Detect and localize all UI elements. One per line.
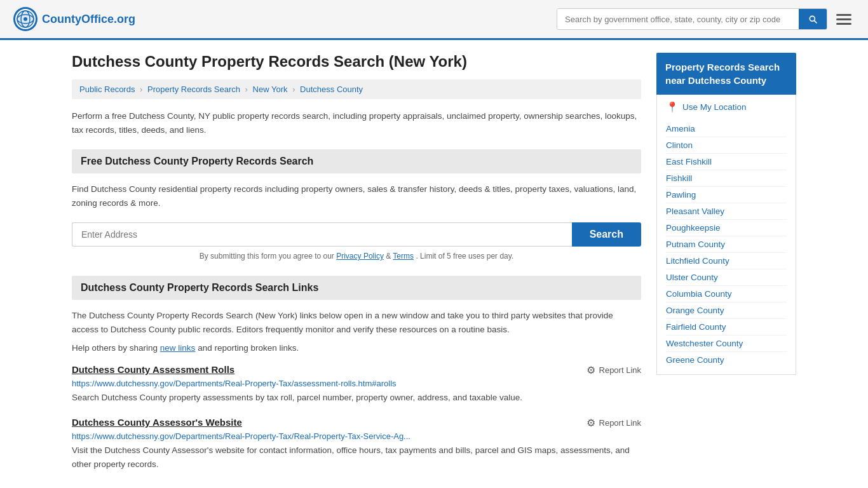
sidebar-link-3[interactable]: Fishkill <box>666 170 787 187</box>
record-title-0[interactable]: Dutchess County Assessment Rolls <box>72 364 234 375</box>
sidebar-link-0[interactable]: Amenia <box>666 121 787 137</box>
record-desc-0: Search Dutchess County property assessme… <box>72 391 641 405</box>
record-item-1: Dutchess County Assessor's Website ⚙ Rep… <box>72 417 641 471</box>
site-header: CountyOffice.org <box>0 0 868 40</box>
report-icon-1: ⚙ <box>587 417 595 429</box>
intro-description: Perform a free Dutchess County, NY publi… <box>72 109 641 137</box>
main-container: Dutchess County Property Records Search … <box>59 40 809 488</box>
location-pin-icon: 📍 <box>666 101 679 113</box>
sidebar-link-14[interactable]: Greene County <box>666 352 787 368</box>
free-search-heading: Free Dutchess County Property Records Se… <box>72 149 641 173</box>
terms-link[interactable]: Terms <box>393 252 414 261</box>
record-item-0: Dutchess County Assessment Rolls ⚙ Repor… <box>72 364 641 405</box>
share-line: Help others by sharing new links and rep… <box>72 343 641 353</box>
new-links-link[interactable]: new links <box>160 343 196 353</box>
hamburger-menu[interactable] <box>832 10 855 29</box>
sidebar-link-6[interactable]: Poughkeepsie <box>666 220 787 236</box>
use-my-location-link[interactable]: 📍 Use My Location <box>666 101 787 113</box>
record-url-1[interactable]: https://www.dutchessny.gov/Departments/R… <box>72 431 641 441</box>
svg-point-5 <box>24 17 27 21</box>
sidebar-link-10[interactable]: Columbia County <box>666 286 787 302</box>
sidebar-link-8[interactable]: Litchfield County <box>666 253 787 269</box>
record-title-1[interactable]: Dutchess County Assessor's Website <box>72 417 242 428</box>
links-section-heading: Dutchess County Property Records Search … <box>72 276 641 300</box>
sidebar-link-4[interactable]: Pawling <box>666 187 787 203</box>
address-search-button[interactable]: Search <box>572 222 641 247</box>
form-disclaimer: By submitting this form you agree to our… <box>72 252 641 261</box>
sidebar-link-12[interactable]: Fairfield County <box>666 319 787 336</box>
search-icon <box>808 14 818 24</box>
search-input[interactable] <box>557 9 799 29</box>
record-url-0[interactable]: https://www.dutchessny.gov/Departments/R… <box>72 379 641 388</box>
address-input[interactable] <box>72 222 572 247</box>
breadcrumb-public-records[interactable]: Public Records <box>79 85 135 94</box>
report-link-1[interactable]: ⚙ Report Link <box>587 417 641 429</box>
logo-icon <box>13 6 38 32</box>
links-section: Dutchess County Property Records Search … <box>72 276 641 471</box>
record-desc-1: Visit the Dutchess County Assessor's web… <box>72 444 641 471</box>
sidebar-link-13[interactable]: Westchester County <box>666 336 787 352</box>
sidebar-link-9[interactable]: Ulster County <box>666 269 787 286</box>
content-area: Dutchess County Property Records Search … <box>72 53 641 484</box>
free-search-description: Find Dutchess County residential propert… <box>72 182 641 210</box>
logo-area: CountyOffice.org <box>13 6 135 32</box>
search-button[interactable] <box>799 9 827 29</box>
breadcrumb-new-york[interactable]: New York <box>253 85 288 94</box>
report-link-0[interactable]: ⚙ Report Link <box>587 364 641 376</box>
report-icon-0: ⚙ <box>587 364 595 376</box>
sidebar: Property Records Search near Dutchess Co… <box>656 53 796 484</box>
sidebar-link-5[interactable]: Pleasant Valley <box>666 203 787 220</box>
breadcrumb: Public Records › Property Records Search… <box>72 79 641 99</box>
search-bar <box>557 8 827 30</box>
breadcrumb-dutchess-county[interactable]: Dutchess County <box>300 85 363 94</box>
breadcrumb-property-records-search[interactable]: Property Records Search <box>147 85 240 94</box>
sidebar-content: 📍 Use My Location AmeniaClintonEast Fish… <box>656 95 796 375</box>
privacy-policy-link[interactable]: Privacy Policy <box>336 252 384 261</box>
sidebar-link-1[interactable]: Clinton <box>666 137 787 154</box>
sidebar-heading: Property Records Search near Dutchess Co… <box>656 53 796 95</box>
address-search-form: Search By submitting this form you agree… <box>72 222 641 261</box>
sidebar-link-2[interactable]: East Fishkill <box>666 154 787 170</box>
links-description: The Dutchess County Property Records Sea… <box>72 309 641 336</box>
sidebar-link-11[interactable]: Orange County <box>666 302 787 319</box>
sidebar-links-container: AmeniaClintonEast FishkillFishkillPawlin… <box>666 121 787 368</box>
header-search-area <box>557 8 855 30</box>
sidebar-link-7[interactable]: Putnam County <box>666 236 787 253</box>
page-title: Dutchess County Property Records Search … <box>72 53 641 71</box>
logo-text: CountyOffice.org <box>42 13 135 26</box>
